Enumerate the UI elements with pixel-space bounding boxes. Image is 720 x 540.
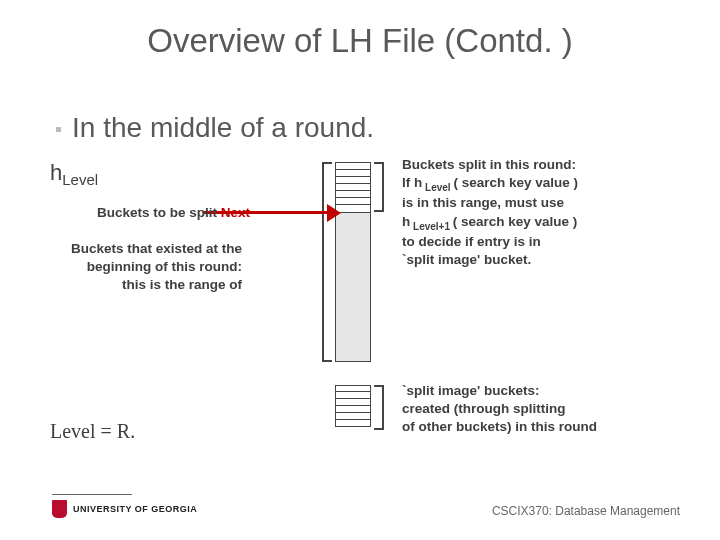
slide-title: Overview of LH File (Contd. ) — [0, 22, 720, 60]
main-bullet: ▪In the middle of a round. — [55, 112, 374, 144]
split-line2: created (through splitting — [402, 400, 672, 418]
hlevel-base: h — [50, 160, 62, 185]
bucket-segment-middle — [335, 212, 371, 362]
label-round: Buckets split in this round: If h Level … — [402, 156, 672, 269]
bracket-left — [322, 162, 332, 362]
split-line3: of other buckets) in this round — [402, 418, 672, 436]
round-line6: `split image' bucket. — [402, 251, 672, 269]
round-line2: If h Level ( search key value ) — [402, 174, 672, 194]
label-level-eq: Level = R. — [50, 420, 135, 443]
label-next: Buckets to be split Next — [25, 204, 250, 222]
footer-rule — [52, 494, 132, 495]
uga-shield-icon — [52, 500, 67, 518]
split-line1: `split image' buckets: — [402, 382, 672, 400]
label-existed: Buckets that existed at the beginning of… — [17, 240, 242, 295]
round-line5: to decide if entry is in — [402, 233, 672, 251]
round-line1: Buckets split in this round: — [402, 156, 672, 174]
label-split-image: `split image' buckets: created (through … — [402, 382, 672, 437]
next-arrow-head — [327, 204, 341, 222]
bullet-text: In the middle of a round. — [72, 112, 374, 143]
round-line3: is in this range, must use — [402, 194, 672, 212]
bullet-marker: ▪ — [55, 118, 62, 140]
lh-diagram: Buckets to be split Next Buckets that ex… — [50, 160, 670, 460]
bracket-right-top — [374, 162, 384, 212]
footer-logo: UNIVERSITY OF GEORGIA — [52, 500, 197, 518]
bucket-segment-image — [335, 385, 371, 430]
footer-university: UNIVERSITY OF GEORGIA — [73, 504, 197, 514]
hlevel-sub: Level — [62, 171, 98, 188]
label-next-prefix: Buckets to be split — [97, 205, 221, 220]
bracket-right-bottom — [374, 385, 384, 430]
footer-course: CSCIX370: Database Management — [492, 504, 680, 518]
slide: Overview of LH File (Contd. ) ▪In the mi… — [0, 0, 720, 540]
round-line4: h Level+1 ( search key value ) — [402, 213, 672, 233]
label-next-word: Next — [221, 205, 250, 220]
